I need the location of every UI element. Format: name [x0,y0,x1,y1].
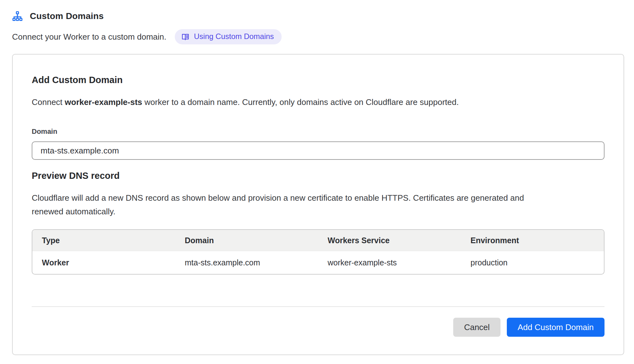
page-subtitle: Connect your Worker to a custom domain. [12,32,167,42]
preview-dns-heading: Preview DNS record [32,171,605,181]
column-header-workers-service: Workers Service [318,230,461,251]
worker-name: worker-example-sts [65,97,142,107]
actions-bar: Cancel Add Custom Domain [32,318,605,337]
dns-preview-table: Type Domain Workers Service Environment … [32,229,605,275]
table-header-row: Type Domain Workers Service Environment [32,230,604,251]
column-header-environment: Environment [461,230,604,251]
sitemap-icon [12,11,23,22]
column-header-type: Type [32,230,175,251]
cell-workers-service: worker-example-sts [318,251,461,274]
domain-input[interactable] [32,141,605,160]
preview-dns-description: Cloudflare will add a new DNS record as … [32,191,526,218]
card-description: Connect worker-example-sts worker to a d… [32,97,605,107]
docs-badge-label: Using Custom Domains [194,32,274,41]
cell-type: Worker [32,251,175,274]
custom-domains-page: Custom Domains Connect your Worker to a … [0,0,634,364]
table-row: Worker mta-sts.example.com worker-exampl… [32,251,604,274]
cell-environment: production [461,251,604,274]
description-prefix: Connect [32,97,65,107]
column-header-domain: Domain [175,230,318,251]
page-title: Custom Domains [30,11,104,21]
card-heading: Add Custom Domain [32,75,605,85]
open-book-icon [181,33,190,41]
add-custom-domain-card: Add Custom Domain Connect worker-example… [12,54,624,355]
subtitle-row: Connect your Worker to a custom domain. … [12,29,622,44]
description-suffix: worker to a domain name. Currently, only… [142,97,459,107]
docs-badge-link[interactable]: Using Custom Domains [175,29,282,44]
domain-field-label: Domain [32,127,605,136]
cancel-button[interactable]: Cancel [453,318,500,337]
add-custom-domain-button[interactable]: Add Custom Domain [507,318,605,337]
page-header: Custom Domains [12,10,622,22]
actions-divider [32,306,605,307]
cell-domain: mta-sts.example.com [175,251,318,274]
